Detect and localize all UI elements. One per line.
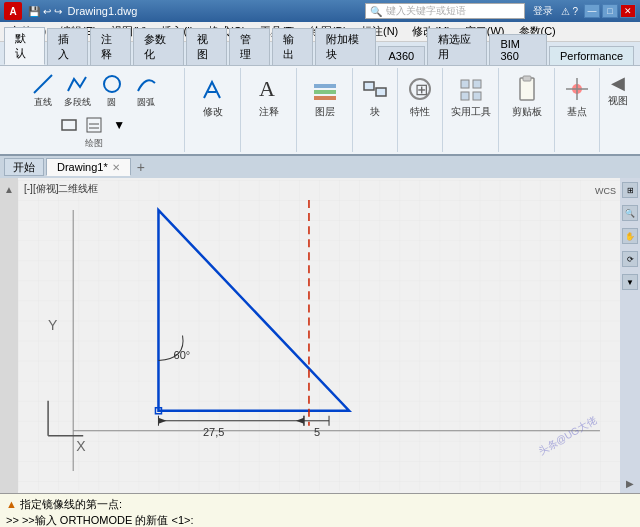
pan-btn[interactable]: ✋ <box>622 228 638 244</box>
circle-icon <box>100 72 124 96</box>
utility-btn[interactable]: 实用工具 <box>447 70 495 122</box>
svg-rect-24 <box>18 180 620 491</box>
ribbon-group-basepoint: 基点 <box>555 68 600 152</box>
doc-tab-label: Drawing1* <box>57 161 108 173</box>
command-area: ▲ 指定镜像线的第一点: >> >>输入 ORTHOMODE 的新值 <1>: … <box>0 493 640 527</box>
cmd-line-2: >> >>输入 ORTHOMODE 的新值 <1>: <box>6 512 634 527</box>
svg-text:X: X <box>76 438 86 454</box>
new-doc-button[interactable]: + <box>133 159 149 175</box>
svg-rect-16 <box>473 80 481 88</box>
doc-tab-close-icon[interactable]: ✕ <box>112 162 120 173</box>
polyline-icon <box>65 72 89 96</box>
svg-text:⊞: ⊞ <box>415 81 428 98</box>
svg-rect-2 <box>62 120 76 130</box>
basepoint-icon <box>561 73 593 105</box>
svg-line-0 <box>34 75 52 93</box>
tab-view[interactable]: 视图 <box>186 28 227 65</box>
search-icon: 🔍 <box>370 6 382 17</box>
svg-rect-12 <box>376 88 386 96</box>
circle-label: 圆 <box>107 96 116 109</box>
more-view-btn[interactable]: ▼ <box>622 274 638 290</box>
clipboard-label: 剪贴板 <box>512 105 542 119</box>
maximize-button[interactable]: □ <box>602 4 618 18</box>
start-tab[interactable]: 开始 <box>4 158 44 176</box>
svg-text:60°: 60° <box>174 349 191 361</box>
search-placeholder: 键入关键字或短语 <box>386 4 466 18</box>
properties-icon: ⊞ <box>404 73 436 105</box>
view-controls-btn[interactable]: ⊞ <box>622 182 638 198</box>
circle-tool-btn[interactable]: 圆 <box>96 70 128 111</box>
ribbon-group-modify: 修改 <box>185 68 241 152</box>
orbit-btn[interactable]: ⟳ <box>622 251 638 267</box>
doc-tabs: 开始 Drawing1* ✕ + <box>0 156 640 178</box>
login-label[interactable]: 登录 <box>533 4 553 18</box>
hatch-tool[interactable] <box>82 115 106 135</box>
more-draw-tool[interactable]: ▼ <box>107 115 131 135</box>
tab-a360[interactable]: A360 <box>378 46 426 65</box>
tab-annotation[interactable]: 注释 <box>90 28 131 65</box>
start-tab-label: 开始 <box>13 160 35 175</box>
arc-tool-btn[interactable]: 圆弧 <box>130 70 162 111</box>
svg-text:A: A <box>259 76 275 101</box>
draw-group-label: 绘图 <box>85 135 103 150</box>
properties-btn[interactable]: ⊞ 特性 <box>400 70 440 122</box>
drawing-canvas[interactable]: [-][俯视]二维线框 WCS Y X <box>18 178 620 493</box>
view-toggle-label: 视图 <box>608 94 628 108</box>
quick-access-icons: 💾 ↩ ↪ <box>28 6 62 17</box>
basepoint-btn[interactable]: 基点 <box>557 70 597 122</box>
autocad-logo[interactable]: A <box>4 2 22 20</box>
zoom-btn[interactable]: 🔍 <box>622 205 638 221</box>
tab-default[interactable]: 默认 <box>4 27 45 65</box>
tab-parametric[interactable]: 参数化 <box>133 28 184 65</box>
line-tool-btn[interactable]: 直线 <box>27 70 59 111</box>
svg-rect-15 <box>461 80 469 88</box>
modify-btn[interactable]: 修改 <box>193 70 233 122</box>
right-expand-icon[interactable]: ▶ <box>626 478 634 489</box>
block-icon <box>359 73 391 105</box>
ribbon: 直线 多段线 圆 圆弧 <box>0 66 640 156</box>
title-controls: — □ ✕ <box>584 4 636 18</box>
ribbon-group-utility: 实用工具 <box>443 68 499 152</box>
tab-insert[interactable]: 插入 <box>47 28 88 65</box>
tab-addons[interactable]: 附加模块 <box>315 28 375 65</box>
line-icon <box>31 72 55 96</box>
title-bar: A 💾 ↩ ↪ Drawing1.dwg 🔍 键入关键字或短语 登录 ⚠ ? —… <box>0 0 640 22</box>
search-bar[interactable]: 🔍 键入关键字或短语 <box>365 3 525 19</box>
draw-tools: 直线 多段线 圆 圆弧 <box>10 70 178 135</box>
close-button[interactable]: ✕ <box>620 4 636 18</box>
annotation-btn[interactable]: A 注释 <box>249 70 289 122</box>
ribbon-group-properties: ⊞ 特性 <box>398 68 443 152</box>
cmd-text-2b: >>输入 ORTHOMODE 的新值 <1>: <box>22 514 194 526</box>
polyline-tool-btn[interactable]: 多段线 <box>61 70 94 111</box>
ribbon-tabs: 默认 插入 注释 参数化 视图 管理 输出 附加模块 A360 精选应用 BIM… <box>0 42 640 66</box>
line-label: 直线 <box>34 96 52 109</box>
drawing-svg[interactable]: Y X 27,5 5 60° <box>18 178 620 493</box>
properties-label: 特性 <box>410 105 430 119</box>
left-gutter: ▲ <box>0 178 18 493</box>
tab-bim360[interactable]: BIM 360 <box>489 34 547 65</box>
utility-icon <box>455 73 487 105</box>
draw-small-tools: ▼ <box>57 115 131 135</box>
svg-text:27,5: 27,5 <box>203 426 224 438</box>
tab-output[interactable]: 输出 <box>272 28 313 65</box>
view-toggle-btn[interactable]: ◀ 视图 <box>606 70 630 110</box>
tab-manage[interactable]: 管理 <box>229 28 270 65</box>
rect-tool[interactable] <box>57 115 81 135</box>
svg-rect-3 <box>87 118 101 132</box>
title-icons: ⚠ ? <box>561 6 578 17</box>
gutter-icon: ▲ <box>4 184 14 195</box>
svg-rect-18 <box>473 92 481 100</box>
block-btn[interactable]: 块 <box>355 70 395 122</box>
ribbon-group-annotation: A 注释 <box>241 68 297 152</box>
ribbon-group-clipboard: 剪贴板 <box>499 68 555 152</box>
minimize-button[interactable]: — <box>584 4 600 18</box>
tab-performance[interactable]: Performance <box>549 46 634 65</box>
layer-btn[interactable]: 图层 <box>305 70 345 122</box>
doc-tab-drawing1[interactable]: Drawing1* ✕ <box>46 158 131 176</box>
clipboard-btn[interactable]: 剪贴板 <box>507 70 547 122</box>
svg-rect-9 <box>314 90 336 94</box>
modify-label: 修改 <box>203 105 223 119</box>
tab-featured[interactable]: 精选应用 <box>427 28 487 65</box>
cmd-text-2: >> <box>6 514 19 526</box>
cmd-prompt-icon: ▲ <box>6 498 17 510</box>
